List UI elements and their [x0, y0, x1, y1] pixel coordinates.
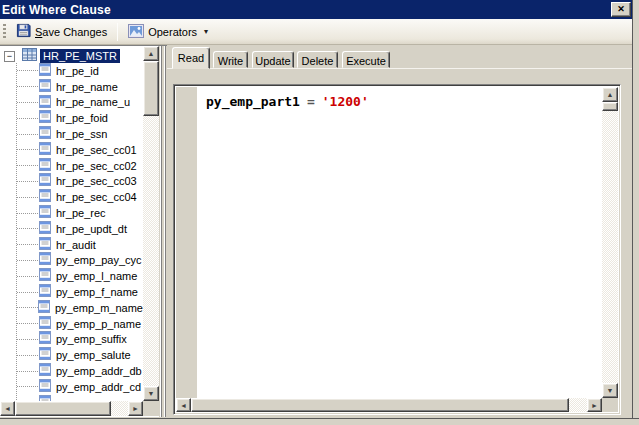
edit-where-clause-dialog: Edit Where Clause ✕ Save Changes [0, 0, 639, 425]
tree-item[interactable]: hr_pe_sec_cc02 [0, 158, 143, 174]
scroll-right-icon[interactable]: ► [128, 401, 143, 416]
tree-item[interactable]: py_emp_addr_db [0, 363, 143, 379]
tree-item[interactable]: py_emp_l_name [0, 268, 143, 284]
editor-vertical-scrollbar[interactable]: ▲ ▼ [602, 87, 618, 398]
tree-item[interactable]: py_emp_suffix [0, 332, 143, 348]
tree-item[interactable]: hr_pe_sec_cc03 [0, 174, 143, 190]
scroll-down-icon[interactable]: ▼ [143, 386, 159, 401]
code-identifier: py_emp_part1 [206, 94, 300, 109]
tree-item[interactable]: py_emp_f_name [0, 284, 143, 300]
toolbar-separator [117, 23, 118, 41]
title-bar: Edit Where Clause ✕ [0, 0, 639, 19]
window-right-border [632, 0, 639, 425]
tree-horizontal-scrollbar[interactable]: ◄ ► [0, 401, 143, 416]
columns-tree-panel: − HR_PE_MSTR [0, 46, 159, 417]
scroll-left-icon[interactable]: ◄ [0, 401, 15, 416]
save-changes-label: Save Changes [35, 26, 107, 38]
code-operator: = [307, 94, 315, 109]
save-changes-button[interactable]: Save Changes [10, 21, 113, 43]
tree-item[interactable]: hr_audit [0, 237, 143, 253]
tree-item[interactable]: hr_pe_rec [0, 205, 143, 221]
window-bottom-border [0, 418, 639, 425]
tree-collapse-icon[interactable]: − [4, 51, 15, 62]
tab-update[interactable]: Update [252, 51, 294, 68]
tree-item[interactable]: py_emp_p_name [0, 316, 143, 332]
floppy-disk-icon [16, 23, 31, 40]
tab-write[interactable]: Write [213, 51, 248, 68]
tree-item[interactable]: hr_pe_foid [0, 110, 143, 126]
where-clause-editor: py_emp_part1='1200' ▲ ▼ ◄ ► [173, 84, 621, 415]
editor-horizontal-scrollbar[interactable]: ◄ ► [176, 398, 602, 412]
editor-vscroll-thumb[interactable] [602, 102, 618, 111]
tree-item[interactable]: hr_pe_name_u [0, 95, 143, 111]
columns-tree: − HR_PE_MSTR [0, 46, 143, 401]
scroll-down-icon[interactable]: ▼ [602, 383, 618, 398]
operators-button[interactable]: Operators ▾ [122, 21, 214, 43]
editor-selection-margin [176, 87, 197, 398]
where-clause-text[interactable]: py_emp_part1='1200' [197, 87, 602, 398]
tab-strip-line [167, 68, 632, 69]
tree-item[interactable]: hr_pe_sec_cc04 [0, 189, 143, 205]
tree-item[interactable]: hr_pe_updt_dt [0, 221, 143, 237]
tree-item[interactable]: hr_pe_id [0, 63, 143, 79]
column-icon [39, 394, 51, 401]
tree-item[interactable]: py_emp_addr_cd [0, 379, 143, 395]
scroll-left-icon[interactable]: ◄ [176, 398, 191, 412]
tree-item-list: hr_pe_id [0, 63, 143, 401]
editor-scrollbar-corner [602, 398, 618, 412]
tree-vscroll-thumb[interactable] [143, 61, 159, 116]
window-title: Edit Where Clause [0, 3, 111, 17]
tree-root-row[interactable]: − HR_PE_MSTR [2, 48, 120, 64]
scroll-right-icon[interactable]: ► [587, 398, 602, 412]
tree-root-label[interactable]: HR_PE_MSTR [40, 49, 120, 63]
close-icon[interactable]: ✕ [611, 2, 631, 17]
tree-item[interactable]: py_emp_pay_cyc [0, 253, 143, 269]
tree-item[interactable]: py_emp_m_name [0, 300, 143, 316]
tab-read[interactable]: Read [172, 47, 210, 69]
panel-splitter[interactable] [160, 46, 166, 417]
tree-scrollbar-corner [143, 401, 159, 416]
tree-item[interactable]: hr_pe_sec_cc01 [0, 142, 143, 158]
toolbar-gripper[interactable] [3, 24, 6, 40]
tree-item[interactable]: hr_pe_ssn [0, 126, 143, 142]
code-string-value: '1200' [322, 94, 369, 109]
tab-execute[interactable]: Execute [342, 51, 390, 68]
operators-label: Operators [148, 26, 197, 38]
tree-item[interactable]: hr_pe_name [0, 79, 143, 95]
dropdown-arrow-icon: ▾ [204, 28, 208, 36]
tab-delete[interactable]: Delete [297, 51, 338, 68]
scroll-up-icon[interactable]: ▲ [143, 46, 159, 61]
tree-vertical-scrollbar[interactable]: ▲ ▼ [143, 46, 159, 401]
operators-picture-icon [128, 24, 144, 40]
toolbar: Save Changes Operators ▾ [0, 19, 639, 45]
editor-hscroll-thumb[interactable] [191, 398, 569, 412]
scroll-up-icon[interactable]: ▲ [602, 87, 618, 102]
tree-item[interactable]: py_emp_salute [0, 347, 143, 363]
where-clause-panel: Read Write Update Delete Execute py_emp_… [167, 45, 632, 418]
tree-hscroll-thumb[interactable] [15, 401, 111, 416]
